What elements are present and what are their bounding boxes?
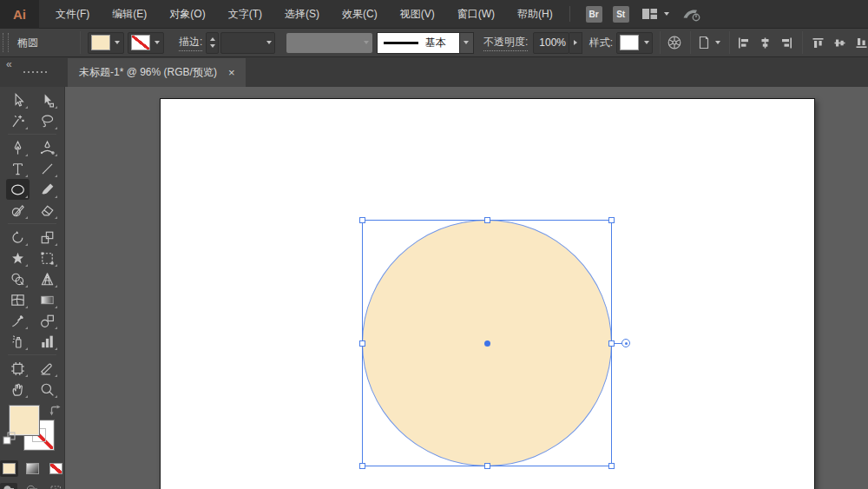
handle-n[interactable] (484, 217, 490, 223)
color-mode-buttons (0, 460, 65, 477)
column-graph-tool[interactable] (36, 331, 59, 352)
workspace-switcher[interactable] (641, 7, 669, 21)
handle-nw[interactable] (359, 217, 365, 223)
style-control[interactable] (616, 32, 653, 54)
draw-behind-button[interactable] (23, 483, 41, 489)
menu-select[interactable]: 选择(S) (273, 0, 331, 28)
color-button[interactable] (0, 460, 18, 477)
brush-definition-control[interactable]: 基本 (377, 32, 474, 54)
none-button[interactable] (47, 460, 65, 477)
align-vertical-center-button[interactable] (833, 36, 846, 50)
blend-tool[interactable] (36, 310, 59, 331)
toolbar-grip[interactable] (23, 71, 49, 73)
fill-indicator[interactable] (10, 406, 39, 435)
menu-object[interactable]: 对象(O) (158, 0, 216, 28)
slice-tool[interactable] (36, 358, 59, 379)
ellipse-tool[interactable] (6, 179, 30, 200)
stroke-color-control[interactable] (128, 32, 164, 54)
document-tab[interactable]: 未标题-1* @ 96% (RGB/预览) × (68, 58, 246, 87)
stroke-weight-dropdown[interactable] (220, 32, 275, 54)
mesh-tool[interactable] (6, 289, 30, 310)
toolbar-row (6, 200, 59, 221)
stock-button[interactable]: St (613, 6, 629, 23)
gradient-tool[interactable] (36, 289, 59, 310)
close-tab-icon[interactable]: × (228, 67, 235, 78)
hand-tool[interactable] (6, 379, 30, 400)
handle-se[interactable] (608, 463, 615, 469)
rotate-tool[interactable] (6, 227, 30, 248)
fill-swatch[interactable] (91, 35, 110, 50)
draw-inside-button[interactable] (47, 483, 64, 489)
free-transform-tool[interactable] (36, 248, 59, 268)
handle-sw[interactable] (359, 463, 365, 469)
shaper-tool[interactable] (6, 200, 30, 221)
puppet-warp-tool[interactable] (6, 248, 30, 268)
toolbar-separator (8, 354, 56, 355)
line-segment-tool[interactable] (36, 158, 59, 179)
magic-wand-tool[interactable] (6, 110, 30, 131)
align-top-button[interactable] (812, 36, 825, 50)
stroke-none-swatch[interactable] (131, 35, 150, 50)
toolbar-row (6, 358, 59, 379)
chevron-down-icon[interactable] (460, 32, 474, 54)
align-horizontal-center-button[interactable] (759, 36, 772, 50)
collapse-panel-button[interactable]: « (6, 58, 11, 70)
zoom-tool[interactable] (36, 379, 59, 400)
gradient-button[interactable] (23, 460, 42, 477)
center-point[interactable] (484, 340, 490, 347)
style-label: 样式: (589, 36, 613, 50)
handle-w[interactable] (359, 340, 365, 347)
handle-s[interactable] (484, 463, 490, 469)
eraser-tool[interactable] (36, 200, 59, 221)
align-left-button[interactable] (737, 36, 750, 50)
artboard-tool[interactable] (6, 358, 30, 379)
selection-box[interactable] (362, 220, 612, 466)
menu-edit[interactable]: 编辑(E) (101, 0, 158, 28)
step-down-icon (210, 44, 215, 48)
menu-window[interactable]: 窗口(W) (446, 0, 506, 28)
handle-ne[interactable] (608, 217, 615, 223)
rotate-widget-dot (625, 342, 628, 345)
default-fill-stroke-icon[interactable] (3, 432, 16, 447)
curvature-tool[interactable] (36, 137, 59, 158)
style-swatch[interactable] (620, 35, 639, 50)
lasso-tool[interactable] (36, 110, 59, 131)
recolor-artwork-button[interactable] (666, 34, 683, 51)
canvas-area[interactable] (65, 87, 868, 489)
perspective-grid-tool[interactable] (36, 268, 59, 289)
menu-effect[interactable]: 效果(C) (331, 0, 389, 28)
document-setup-button[interactable] (696, 35, 720, 50)
fill-color-control[interactable] (88, 32, 124, 54)
align-bottom-button[interactable] (855, 36, 868, 50)
opacity-panel-button[interactable] (569, 32, 582, 54)
chevron-down-icon (664, 12, 669, 16)
menu-view[interactable]: 视图(V) (389, 0, 446, 28)
screen-share-icon[interactable] (681, 6, 701, 23)
selection-tool[interactable] (6, 89, 30, 110)
symbol-sprayer-tool[interactable] (6, 331, 30, 352)
swap-fill-stroke-icon[interactable] (49, 405, 62, 419)
bridge-button[interactable]: Br (586, 6, 602, 23)
menu-type[interactable]: 文字(T) (217, 0, 273, 28)
menu-help[interactable]: 帮助(H) (506, 0, 564, 28)
opacity-input[interactable]: 100% (533, 32, 569, 54)
panel-grip[interactable] (3, 33, 9, 52)
draw-normal-button[interactable] (0, 483, 17, 489)
paintbrush-tool[interactable] (36, 179, 59, 200)
align-right-button[interactable] (780, 36, 793, 50)
rotate-widget[interactable] (621, 339, 630, 347)
tool-grid (6, 89, 59, 400)
scale-tool[interactable] (36, 227, 59, 248)
opacity-label[interactable]: 不透明度: (483, 35, 528, 51)
type-tool[interactable] (6, 158, 30, 179)
pen-tool[interactable] (6, 137, 30, 158)
chevron-right-icon (574, 40, 577, 45)
toolbar-row (6, 331, 59, 352)
direct-selection-tool[interactable] (36, 89, 59, 110)
menu-file[interactable]: 文件(F) (44, 0, 101, 28)
stroke-weight-stepper[interactable] (206, 32, 219, 54)
eyedropper-tool[interactable] (6, 310, 30, 331)
stroke-weight-label[interactable]: 描边: (179, 35, 202, 51)
shape-builder-tool[interactable] (6, 268, 30, 289)
brush-definition-dropdown[interactable]: 基本 (377, 32, 460, 54)
